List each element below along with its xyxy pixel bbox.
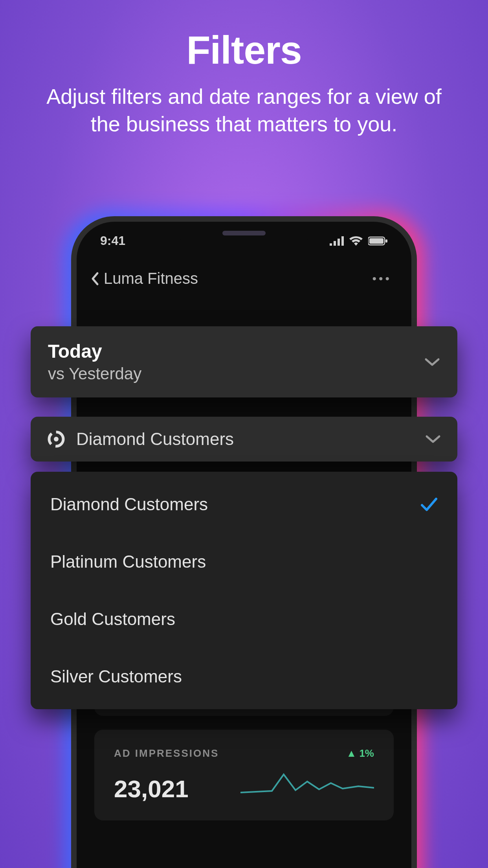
battery-icon	[368, 236, 388, 246]
segment-option-label: Platinum Customers	[50, 552, 206, 572]
hero-subtitle: Adjust filters and date ranges for a vie…	[0, 83, 488, 138]
cellular-icon	[330, 236, 344, 246]
date-range-dropdown[interactable]: Today vs Yesterday	[31, 326, 457, 397]
svg-rect-2	[385, 239, 387, 243]
chevron-down-icon	[424, 357, 440, 367]
wifi-icon	[349, 236, 363, 246]
chevron-left-icon	[90, 272, 99, 286]
date-range-label: Today	[48, 340, 141, 362]
segment-options-list: Diamond Customers Platinum Customers Gol…	[31, 472, 457, 709]
segment-option-label: Gold Customers	[50, 609, 175, 629]
more-icon[interactable]: •••	[372, 272, 392, 285]
segment-option[interactable]: Gold Customers	[31, 590, 457, 648]
sparkline-icon	[240, 770, 374, 797]
status-icons	[330, 236, 388, 246]
status-time: 9:41	[100, 234, 125, 248]
chevron-down-icon	[425, 434, 441, 444]
segment-icon	[47, 430, 65, 448]
segment-option[interactable]: Diamond Customers	[31, 476, 457, 533]
back-label: Luma Fitness	[104, 270, 198, 287]
metric-label: AD IMPRESSIONS	[114, 747, 219, 760]
check-icon	[420, 497, 438, 511]
metric-card-impressions[interactable]: AD IMPRESSIONS ▲ 1% 23,021	[94, 730, 394, 820]
segment-selected-label: Diamond Customers	[76, 429, 414, 449]
hero-text: Filters Adjust filters and date ranges f…	[0, 0, 488, 138]
metric-value: 23,021	[114, 775, 189, 803]
segment-option-label: Diamond Customers	[50, 495, 208, 514]
metric-change: ▲ 1%	[346, 747, 374, 760]
app-header: Luma Fitness •••	[77, 248, 411, 299]
svg-rect-1	[369, 238, 383, 244]
back-button[interactable]: Luma Fitness	[90, 270, 198, 287]
segment-option-label: Silver Customers	[50, 667, 182, 686]
svg-point-4	[54, 437, 59, 441]
segment-option[interactable]: Platinum Customers	[31, 533, 457, 590]
date-compare-label: vs Yesterday	[48, 364, 141, 383]
hero-title: Filters	[0, 28, 488, 73]
segment-dropdown[interactable]: Diamond Customers	[31, 417, 457, 462]
segment-option[interactable]: Silver Customers	[31, 648, 457, 705]
phone-speaker	[222, 231, 266, 235]
phone-notch	[177, 222, 311, 245]
